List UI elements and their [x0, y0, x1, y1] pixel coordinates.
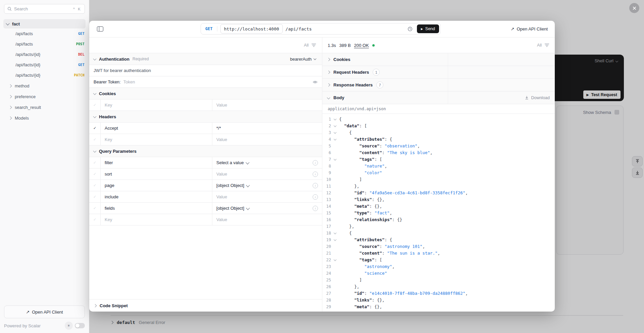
info-icon[interactable]: i [313, 183, 318, 188]
fold-gutter[interactable] [331, 237, 339, 243]
param-value[interactable]: [object Object] i [212, 203, 322, 214]
fold-gutter[interactable] [331, 230, 339, 237]
sidebar-group[interactable]: Models [0, 113, 89, 123]
header-checkbox[interactable]: ✓ [89, 123, 101, 134]
header-value-input[interactable]: */* [212, 123, 322, 134]
cookies-section-header[interactable]: Cookies [89, 88, 322, 99]
fold-gutter[interactable] [331, 129, 339, 136]
fold-chevron-icon[interactable] [334, 238, 336, 241]
header-key-input[interactable]: Accept [101, 123, 212, 134]
param-value[interactable]: Value i [212, 169, 322, 180]
request-headers-section[interactable]: Request Headers 1 [322, 66, 555, 79]
response-cookies-section[interactable]: Cookies [322, 53, 555, 66]
info-icon[interactable]: i [313, 194, 318, 200]
filter-icon[interactable] [311, 43, 316, 47]
param-key[interactable]: sort [101, 169, 212, 180]
param-value-text[interactable]: Value [216, 194, 227, 199]
sidebar-endpoint[interactable]: /api/facts/{id} PATCH [0, 70, 89, 80]
fold-gutter[interactable] [331, 136, 339, 143]
open-api-client-link[interactable]: ↗ Open API Client [511, 26, 548, 31]
fold-chevron-icon[interactable] [334, 118, 336, 120]
sidebar-group[interactable]: preference [0, 91, 89, 102]
cookie-value-input[interactable]: Value [212, 99, 322, 111]
sidebar-toggle-icon[interactable] [97, 26, 103, 31]
param-value-text[interactable]: [object Object] [216, 206, 244, 211]
history-icon[interactable] [408, 26, 413, 31]
param-checkbox[interactable]: ✓ [89, 191, 101, 202]
fold-gutter[interactable] [331, 123, 339, 129]
sidebar-endpoint[interactable]: /api/facts GET [0, 28, 89, 39]
fold-gutter [331, 290, 339, 297]
query-parameters-section-header[interactable]: Query Parameters [89, 145, 322, 157]
fold-chevron-icon[interactable] [334, 138, 336, 140]
code-line: 29 "meta": {}, [322, 304, 555, 310]
param-value[interactable]: Value i [212, 214, 322, 225]
show-token-eye-icon[interactable] [313, 80, 318, 84]
info-icon[interactable]: i [313, 172, 318, 177]
param-key[interactable]: filter [101, 157, 212, 168]
param-checkbox[interactable]: ✓ [89, 180, 101, 191]
param-value[interactable]: Select a value i [212, 157, 322, 168]
send-button[interactable]: ▶ Send [417, 24, 439, 33]
header-key-input[interactable]: Key [101, 134, 212, 145]
param-value[interactable]: [object Object] i [212, 180, 322, 191]
sidebar-endpoint[interactable]: /api/facts/{id} GET [0, 60, 89, 70]
send-label: Send [425, 26, 435, 31]
info-icon[interactable]: i [313, 206, 318, 211]
path-input[interactable]: /api/facts [285, 26, 408, 31]
sidebar-group[interactable]: search_result [0, 102, 89, 113]
param-value-text[interactable]: [object Object] [216, 183, 244, 188]
param-value-text[interactable]: Value [216, 172, 227, 177]
filter-icon[interactable] [544, 43, 549, 47]
param-checkbox[interactable]: ✓ [89, 203, 101, 214]
fold-chevron-icon[interactable] [334, 158, 336, 160]
code-snippet-section-header[interactable]: Code Snippet [89, 299, 322, 312]
request-method-badge[interactable]: GET [201, 26, 217, 31]
header-checkbox[interactable]: ✓ [89, 134, 101, 145]
download-button[interactable]: Download [525, 95, 550, 100]
fold-chevron-icon[interactable] [334, 124, 336, 127]
powered-by-label[interactable]: Powered by Scalar [4, 323, 41, 328]
filter-all-label[interactable]: All [304, 43, 309, 48]
theme-toggle[interactable] [75, 323, 85, 328]
cookie-key-input[interactable]: Key [101, 99, 212, 111]
response-body-section[interactable]: Body Download [322, 91, 555, 104]
param-key[interactable]: include [101, 191, 212, 202]
fold-chevron-icon[interactable] [334, 131, 336, 134]
sidebar-endpoint[interactable]: /api/facts/{id} DEL [0, 49, 89, 60]
filter-all-label[interactable]: All [537, 43, 542, 48]
response-status-code[interactable]: 200 OK [354, 43, 369, 48]
param-checkbox[interactable]: ✓ [89, 157, 101, 168]
sidebar-group-fact[interactable]: fact [3, 19, 86, 28]
param-value-text[interactable]: Select a value [216, 160, 244, 165]
search-input[interactable]: Search ^ K [4, 4, 85, 14]
fold-chevron-icon[interactable] [334, 231, 336, 234]
response-body-code[interactable]: 1{2 "data": [3 {4 "attributes": {5 "sour… [322, 114, 555, 312]
param-value-text[interactable]: Value [216, 217, 227, 222]
sidebar-group[interactable]: method [0, 80, 89, 91]
param-value[interactable]: Value i [212, 191, 322, 202]
auth-scheme-select[interactable]: bearerAuth [290, 57, 318, 62]
fold-chevron-icon[interactable] [334, 258, 336, 261]
param-key[interactable]: fields [101, 203, 212, 214]
cookie-checkbox[interactable]: ✓ [89, 99, 101, 111]
authentication-section-header[interactable]: Authentication Required bearerAuth [89, 53, 322, 65]
param-checkbox[interactable]: ✓ [89, 169, 101, 180]
open-api-client-button[interactable]: ↗ Open API Client [4, 306, 85, 318]
param-key[interactable]: Key [101, 214, 212, 225]
sidebar-endpoint[interactable]: /api/facts POST [0, 39, 89, 49]
fold-gutter[interactable] [331, 116, 339, 123]
param-key[interactable]: page [101, 180, 212, 191]
code-text: "id": "4fa9a5ee-cd3a-4c61-bd8f-3358fecf1… [339, 190, 468, 196]
base-url-input[interactable]: http://localhost:4000 [220, 24, 283, 34]
open-api-client-label: Open API Client [517, 26, 548, 31]
close-modal-button[interactable] [629, 3, 639, 13]
fold-gutter[interactable] [331, 257, 339, 263]
fold-gutter[interactable] [331, 156, 339, 163]
info-icon[interactable]: i [313, 160, 318, 165]
headers-section-header[interactable]: Headers [89, 111, 322, 123]
header-value-input[interactable]: Value [212, 134, 322, 145]
response-headers-section[interactable]: Response Headers 7 [322, 79, 555, 91]
param-checkbox[interactable]: ✓ [89, 214, 101, 225]
bearer-token-input[interactable]: Token [123, 79, 135, 84]
